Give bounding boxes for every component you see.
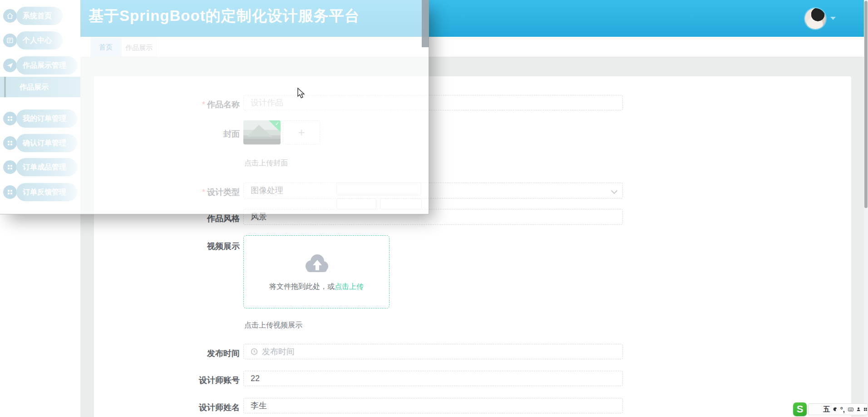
field-label-designer-account: 设计师账号 [140, 375, 240, 386]
publish-time-input[interactable]: 发布时间 [243, 344, 623, 359]
field-label-publish-time: 发布时间 [140, 348, 240, 359]
keyboard-icon[interactable] [848, 407, 853, 412]
ime-punctuation-indicator[interactable]: °, [840, 406, 845, 413]
field-label-designer-name: 设计师姓名 [140, 402, 240, 413]
chevron-down-icon[interactable] [830, 17, 836, 20]
page-scrollbar[interactable] [864, 0, 868, 417]
ime-toolbar[interactable]: S 五 °, [808, 403, 868, 415]
click-upload-link[interactable]: 点击上传 [335, 283, 364, 290]
dropdown-panel-fragment [337, 183, 421, 195]
field-label-style: 作品风格 [140, 213, 240, 224]
page-scrollbar-thumb[interactable] [864, 1, 868, 208]
clock-icon [251, 348, 258, 355]
screen: 系统首页 个人中心 作品展示管理 作品展示 我的订单管理 [0, 0, 868, 417]
avatar[interactable] [805, 8, 826, 29]
field-label-video: 视频展示 [140, 241, 240, 252]
publish-time-placeholder: 发布时间 [262, 347, 295, 356]
overlay-scrollbar-thumb[interactable] [422, 0, 429, 47]
translucent-overlay [0, 0, 429, 214]
toolbox-grid-icon[interactable] [863, 406, 868, 412]
mouse-cursor [296, 88, 306, 99]
video-upload-dropzone[interactable]: 将文件拖到此处，或点击上传 [243, 235, 390, 308]
video-upload-hint: 点击上传视频展示 [244, 321, 302, 330]
ime-mode-indicator[interactable]: 五 [823, 405, 830, 414]
dropdown-panel-fragment [337, 199, 376, 209]
moon-icon[interactable] [833, 406, 837, 412]
user-icon[interactable] [857, 406, 860, 412]
sogou-logo-icon[interactable]: S [793, 402, 807, 416]
dropdown-panel-fragment [380, 199, 421, 209]
designer-name-input[interactable]: 李生 [243, 398, 623, 413]
drag-hint-text: 将文件拖到此处，或点击上传 [244, 282, 389, 292]
designer-account-input[interactable]: 22 [243, 371, 623, 386]
upload-cloud-icon [304, 253, 330, 274]
